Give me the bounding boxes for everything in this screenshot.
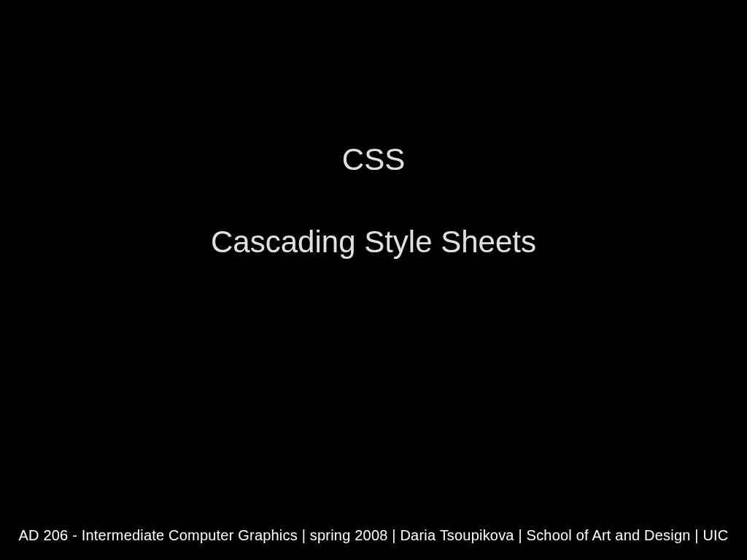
slide-content: CSS Cascading Style Sheets	[0, 0, 747, 560]
slide-title-full: Cascading Style Sheets	[211, 225, 536, 260]
slide-footer: AD 206 - Intermediate Computer Graphics …	[0, 527, 747, 544]
slide-title-abbr: CSS	[342, 142, 405, 177]
